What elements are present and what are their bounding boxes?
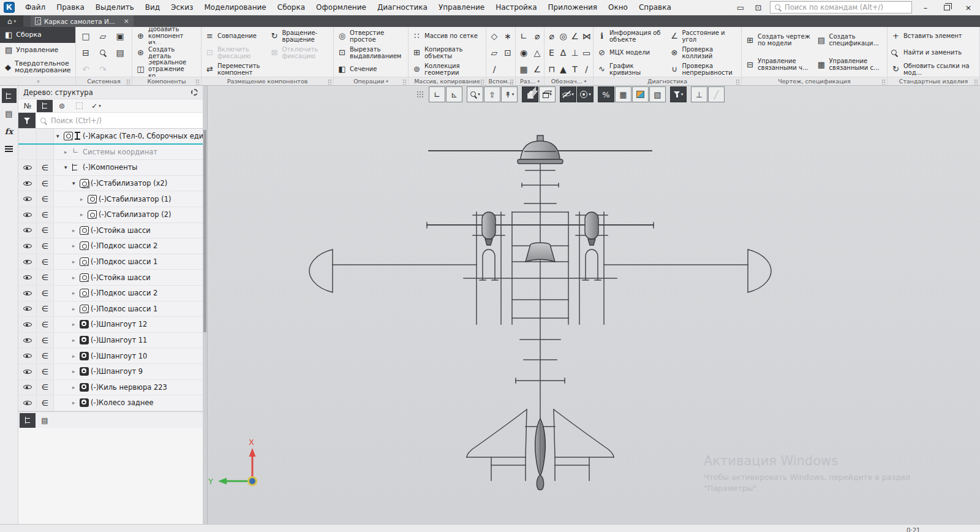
dropdown-icon[interactable]: ▾	[584, 79, 587, 84]
simple-hole-button[interactable]: ◎Отверстие простое	[335, 28, 407, 44]
tree-search-input[interactable]	[47, 113, 203, 128]
tree-item[interactable]: ∈ Системы координат	[18, 145, 203, 161]
mode-management[interactable]: ▤Управление	[0, 43, 75, 58]
menu-item[interactable]: Файл	[20, 1, 51, 13]
menu-item[interactable]: Сборка	[272, 1, 311, 13]
redo-button[interactable]: ↷	[96, 63, 110, 76]
new-document-button[interactable]: □	[79, 29, 92, 43]
appearance-button[interactable]: ▾	[632, 86, 649, 102]
undo-button[interactable]: ↶	[79, 63, 92, 76]
document-tab[interactable]: Каркас самолета И... ×	[31, 15, 134, 27]
dimension-tool-2[interactable]: ⌀	[530, 29, 544, 43]
add-component-from-file-button[interactable]: ⊕Добавить компонент из...	[134, 28, 200, 44]
include-toggle[interactable]: ∈	[37, 223, 54, 238]
command-search[interactable]	[770, 1, 912, 13]
tree-item[interactable]: ∈ (-)Стабилизатор (2)	[18, 207, 203, 223]
tree-marquee-button[interactable]: ▾	[71, 100, 87, 112]
tree-item[interactable]: ∈ (-)Подкос шасси 1	[18, 302, 203, 317]
visibility-toggle[interactable]	[18, 254, 37, 270]
rotation-rotation-button[interactable]: ↻Вращение-вращение	[268, 28, 333, 44]
mass-properties-button[interactable]: ⊘МЦХ модели	[595, 44, 668, 61]
tree-item[interactable]: ∈ (-)Подкос шасси 2	[18, 238, 203, 254]
tree-item[interactable]: ∈ (-)Подкос шасси 1	[18, 254, 203, 270]
tree-view-list-button[interactable]: №▾	[20, 100, 36, 112]
grid-array-button[interactable]: ∷Массив по сетке	[410, 28, 484, 44]
ribbon-collapse-button[interactable]: «	[0, 77, 75, 85]
screen-icon[interactable]: ⊡	[752, 3, 764, 12]
tree-filter-button[interactable]	[18, 113, 36, 128]
panel-variables-button[interactable]: fx	[2, 124, 17, 139]
visibility-toggle[interactable]	[18, 207, 37, 222]
expand-arrow[interactable]	[56, 133, 63, 139]
tree-item[interactable]: ∈ (-)Стойка шасси	[18, 223, 203, 239]
menu-item[interactable]: Управление	[433, 1, 490, 13]
measure-tool-button[interactable]: ⊥ ▾	[691, 86, 707, 102]
tree-scrollbar[interactable]	[203, 86, 208, 524]
orientation-axes-button[interactable]: ↟ ▾	[501, 86, 518, 102]
model-viewport[interactable]: X Y ▾ ∟ ▾ ⊾	[208, 86, 980, 524]
dropdown-icon[interactable]: ▾	[386, 79, 388, 84]
expand-arrow[interactable]	[72, 290, 79, 296]
expand-arrow[interactable]	[72, 321, 79, 327]
include-toggle[interactable]: ∈	[37, 380, 54, 395]
include-toggle[interactable]: ∈	[37, 191, 54, 207]
window-layout-icon[interactable]: ▭	[734, 3, 747, 12]
tab-close-button[interactable]: ×	[122, 17, 129, 25]
preview-button[interactable]	[96, 46, 110, 59]
expand-arrow[interactable]	[72, 275, 79, 281]
continuity-check-button[interactable]: ∪Проверка непрерывности	[668, 61, 741, 77]
expand-arrow[interactable]	[80, 211, 87, 218]
include-toggle[interactable]: ∈	[37, 317, 54, 332]
dimension-tool-6[interactable]: ∠	[530, 63, 544, 76]
app-logo-icon[interactable]: К	[4, 2, 15, 13]
include-toggle[interactable]: ∈	[37, 270, 54, 285]
tree-item[interactable]: ∈ (-)Стабилизатор (x2)	[18, 176, 203, 192]
save-as-button[interactable]: ▤	[113, 46, 127, 59]
tree-item[interactable]: ∈ (-)Стойка шасси	[18, 270, 203, 286]
object-info-button[interactable]: ℹИнформация об объекте	[595, 28, 668, 44]
expand-arrow[interactable]	[72, 306, 79, 312]
include-toggle[interactable]: ∈	[37, 395, 54, 411]
include-toggle[interactable]: ∈	[37, 176, 54, 191]
expand-arrow[interactable]	[72, 353, 79, 359]
visibility-toggle[interactable]	[18, 176, 37, 191]
group-grip-icon[interactable]	[974, 79, 978, 85]
expand-arrow[interactable]	[72, 243, 79, 249]
include-toggle[interactable]: ∈	[37, 254, 54, 270]
move-component-button[interactable]: ⇄Переместить компонент	[203, 61, 268, 77]
visibility-toggle[interactable]	[18, 238, 37, 254]
group-grip-icon[interactable]	[736, 79, 740, 85]
panel-menu-button[interactable]	[2, 142, 17, 156]
visibility-toggle[interactable]	[18, 270, 37, 285]
command-search-input[interactable]	[785, 3, 908, 12]
expand-arrow[interactable]	[64, 149, 71, 155]
curvature-graph-button[interactable]: ∿График кривизны	[595, 61, 668, 77]
aux-tool-5[interactable]: ∕	[488, 63, 501, 76]
save-button[interactable]: ▣	[113, 29, 127, 43]
group-grip-icon[interactable]	[480, 79, 484, 85]
maximize-button[interactable]	[939, 1, 955, 13]
menu-item[interactable]: Окно	[603, 1, 633, 13]
show-all-objects-button[interactable]: ▾	[577, 86, 594, 102]
style-picker-button[interactable]: ╱ ▾	[708, 86, 725, 102]
create-drawing-from-model-button[interactable]: ⊞Создать чертеж по модели	[743, 28, 815, 52]
dimension-tool-3[interactable]: ◉	[517, 46, 530, 59]
visibility-toggle[interactable]	[18, 317, 37, 332]
scrollbar-thumb[interactable]	[203, 130, 206, 332]
coincidence-button[interactable]: ≡Совпадение	[203, 28, 268, 44]
display-wireframe-button[interactable]: ▾	[539, 86, 556, 102]
geometry-collection-button[interactable]: ⊚Коллекция геометрии	[410, 61, 484, 77]
tree-item[interactable]: ∈ (-)Шпангоут 10	[18, 348, 203, 364]
aux-tool-1[interactable]: ◇	[488, 29, 501, 43]
copy-objects-button[interactable]: ⊞Копировать объекты	[410, 44, 484, 61]
tree-item[interactable]: ∈ (-)Подкос шасси 2	[18, 286, 203, 302]
menu-item[interactable]: Настройка	[490, 1, 542, 13]
create-specification-button[interactable]: ▤Создать спецификаци...	[815, 28, 886, 52]
expand-arrow[interactable]	[72, 384, 79, 390]
mode-solid-modeling[interactable]: ◆Твердотельное моделирование	[0, 57, 75, 77]
show-coordinate-system-button[interactable]: ∟ ▾	[429, 86, 445, 102]
menu-item[interactable]: Моделирование	[198, 1, 271, 13]
menu-item[interactable]: Диагностика	[372, 1, 433, 13]
group-grip-icon[interactable]	[510, 79, 514, 85]
distance-angle-button[interactable]: ∠Расстояние и угол	[668, 28, 741, 44]
